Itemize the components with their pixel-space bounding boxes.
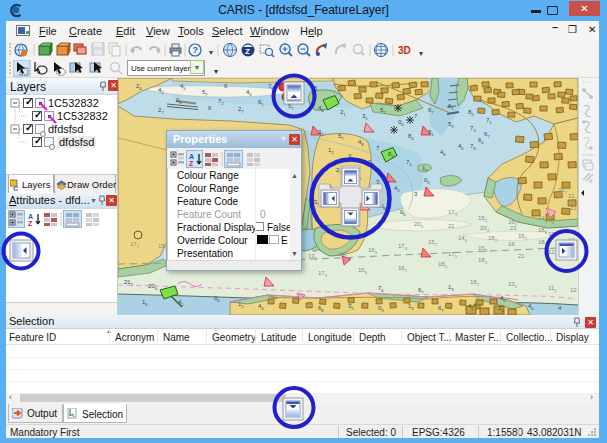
svg-text:Z: Z (245, 47, 250, 56)
svg-text:A: A (28, 213, 33, 220)
svg-text:A: A (189, 153, 194, 160)
svg-text:Z: Z (28, 220, 33, 227)
svg-text:▾: ▾ (419, 49, 423, 58)
svg-text:▾: ▾ (209, 48, 213, 57)
svg-text:21: 21 (568, 193, 575, 199)
svg-text:Z: Z (189, 160, 194, 167)
svg-text:3D: 3D (398, 45, 411, 56)
svg-text:21: 21 (518, 253, 525, 259)
svg-text:12: 12 (570, 287, 577, 293)
svg-text:?: ? (193, 45, 199, 55)
svg-text:16: 16 (508, 241, 515, 247)
svg-text:21: 21 (448, 223, 455, 229)
